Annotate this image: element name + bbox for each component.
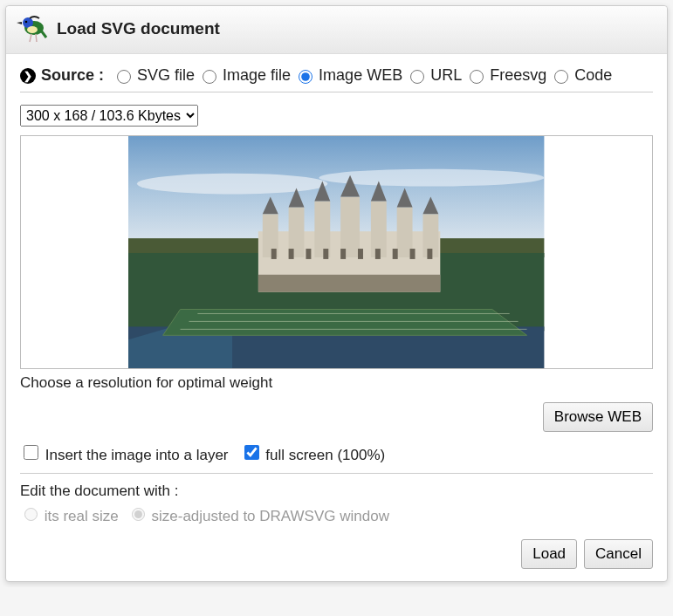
browse-web-button[interactable]: Browse WEB [543,402,653,432]
svg-rect-19 [258,275,440,292]
svg-rect-43 [428,249,433,259]
radio-svg-file[interactable]: SVG file [113,66,195,85]
load-button[interactable]: Load [521,539,577,569]
castle-preview-icon [128,136,544,368]
svg-rect-40 [375,249,381,259]
chevron-right-icon: ❯ [20,68,36,84]
svg-rect-41 [393,249,398,259]
svg-line-5 [36,34,37,42]
svg-marker-3 [17,22,22,24]
radio-code[interactable]: Code [550,66,612,85]
source-label: Source : [41,66,104,85]
svg-rect-23 [340,196,360,257]
app-bird-icon [17,13,48,44]
cancel-button[interactable]: Cancel [584,539,653,569]
resolution-select[interactable]: 300 x 168 / 103.6 Kbytes [20,105,198,127]
load-svg-dialog: Load SVG document ❯ Source : SVG file Im… [5,5,668,582]
source-row: ❯ Source : SVG file Image file Image WEB… [20,63,653,92]
dialog-titlebar: Load SVG document [6,6,667,54]
svg-rect-34 [271,249,277,259]
image-preview [20,135,653,369]
edit-with-label: Edit the document with : [20,483,653,500]
options-row: Insert the image into a layer full scree… [20,441,653,474]
radio-url[interactable]: URL [406,66,462,85]
resolution-hint: Choose a resolution for optimal weight [20,374,653,392]
svg-rect-37 [324,249,329,259]
svg-rect-39 [358,249,363,259]
svg-rect-38 [340,249,346,259]
svg-point-6 [27,26,38,33]
svg-rect-36 [306,249,312,259]
svg-point-8 [137,174,327,195]
dialog-footer: Load Cancel [20,525,653,569]
svg-line-4 [30,34,31,42]
radio-image-web[interactable]: Image WEB [294,66,402,85]
checkbox-insert-layer[interactable]: Insert the image into a layer [20,442,229,464]
radio-size-adjusted: size-adjusted to DRAWSVG window [127,505,389,525]
resolution-row: 300 x 168 / 103.6 Kbytes [20,105,653,127]
radio-image-file[interactable]: Image file [198,66,291,85]
svg-rect-42 [410,249,415,259]
dialog-title: Load SVG document [57,19,220,38]
edit-with-section: Edit the document with : its real size s… [20,483,653,525]
radio-freesvg[interactable]: Freesvg [465,66,546,85]
checkbox-full-screen[interactable]: full screen (100%) [241,442,386,464]
svg-rect-35 [289,249,294,259]
radio-real-size: its real size [20,505,119,525]
svg-point-2 [25,21,28,24]
